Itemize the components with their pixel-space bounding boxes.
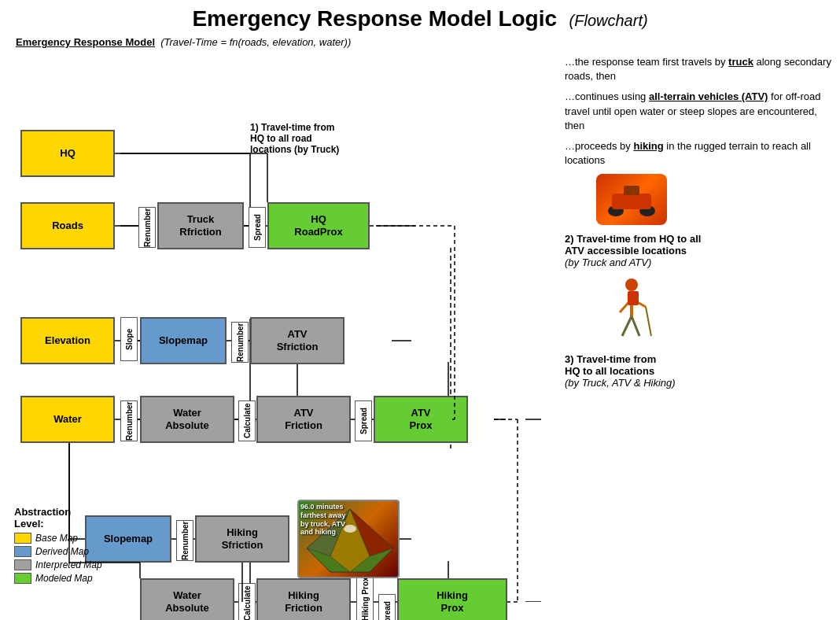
- right-para2: …continues using all-terrain vehicles (A…: [565, 90, 834, 133]
- right-panel: …the response team first travels by truc…: [557, 51, 834, 602]
- atv-image: [596, 174, 667, 225]
- atv-sfriction-box: ATVSfriction: [250, 317, 344, 364]
- legend-swatch-derived: [14, 546, 31, 557]
- slopemap2-label: Slopemap: [104, 533, 153, 545]
- legend-item-modeled: Modeled Map: [14, 573, 102, 584]
- svg-point-73: [625, 279, 638, 291]
- hiking-prox-box: HikingProx: [397, 578, 507, 620]
- legend: AbstractionLevel: Base Map Derived Map I…: [14, 506, 102, 586]
- page: Emergency Response Model Logic (Flowchar…: [0, 0, 840, 620]
- legend-label-derived: Derived Map: [35, 546, 89, 557]
- legend-item-derived: Derived Map: [14, 546, 102, 557]
- svg-line-78: [632, 316, 639, 336]
- truck-highlight: truck: [728, 56, 753, 68]
- hiking-sfriction-box: HikingSfriction: [195, 515, 289, 563]
- calculate-label-2: Calculate: [238, 583, 256, 620]
- flowchart-area: HQ 1) Travel-time fromHQ to all roadloca…: [6, 51, 557, 602]
- atv-prox-box: ATVProx: [374, 396, 468, 443]
- model-label: Emergency Response Model: [16, 36, 155, 48]
- renumber-label-4: Renumber: [176, 520, 193, 561]
- svg-line-79: [646, 307, 651, 336]
- slope-label: Slope: [120, 317, 138, 361]
- title-area: Emergency Response Model Logic (Flowchar…: [6, 6, 834, 31]
- hq-label: HQ: [60, 147, 76, 160]
- truck-rfriction-box: TruckRfriction: [157, 202, 244, 249]
- title-suffix: (Flowchart): [569, 12, 648, 29]
- legend-swatch-interpreted: [14, 559, 31, 570]
- travel-annotation-1: 1) Travel-time fromHQ to all roadlocatio…: [250, 122, 407, 155]
- section2-label: 2) Travel-time from HQ to allATV accessi…: [565, 233, 834, 268]
- atv-highlight: all-terrain vehicles (ATV): [649, 90, 768, 102]
- svg-rect-80: [628, 291, 639, 305]
- slopemap1-box: Slopemap: [140, 317, 227, 364]
- legend-title: AbstractionLevel:: [14, 506, 102, 530]
- hq-roadprox-box: HQRoadProx: [267, 202, 370, 249]
- spread-label-3: Spread: [378, 594, 396, 620]
- hiking-highlight: hiking: [633, 140, 663, 152]
- terrain-visualization: 96.0 minutesfarthest awayby truck, ATVan…: [297, 500, 400, 578]
- renumber-label-1: Renumber: [138, 207, 156, 248]
- legend-item-interpreted: Interpreted Map: [14, 559, 102, 570]
- legend-item-base: Base Map: [14, 533, 102, 544]
- water-absolute1-box: WaterAbsolute: [140, 396, 234, 443]
- subtitle-model: Emergency Response Model (Travel-Time = …: [16, 36, 834, 48]
- elevation-label: Elevation: [45, 334, 90, 347]
- calculate-label-1: Calculate: [238, 400, 256, 441]
- spread-label-2: Spread: [355, 400, 372, 441]
- title-text: Emergency Response Model Logic: [192, 6, 557, 31]
- right-para3: …proceeds by hiking in the rugged terrai…: [565, 139, 834, 168]
- legend-label-modeled: Modeled Map: [35, 573, 93, 584]
- roads-label: Roads: [52, 220, 83, 232]
- main-layout: HQ 1) Travel-time fromHQ to all roadloca…: [6, 51, 834, 602]
- legend-swatch-base: [14, 533, 31, 544]
- terrain-annotation: 96.0 minutesfarthest awayby truck, ATVan…: [300, 503, 346, 537]
- section3-label: 3) Travel-time fromHQ to all locations (…: [565, 353, 834, 389]
- spread-label-1: Spread: [249, 207, 266, 248]
- slopemap1-label: Slopemap: [159, 334, 208, 347]
- hq-box: HQ: [20, 130, 115, 177]
- roads-box: Roads: [20, 202, 115, 249]
- hiking-friction-box: HikingFriction: [256, 578, 351, 620]
- atv-friction-box: ATVFriction: [256, 396, 351, 443]
- legend-label-interpreted: Interpreted Map: [35, 559, 102, 570]
- hiker-image: [604, 275, 659, 345]
- svg-line-77: [622, 316, 632, 336]
- water-box: Water: [20, 396, 115, 443]
- page-title: Emergency Response Model Logic (Flowchar…: [6, 6, 834, 31]
- legend-label-base: Base Map: [35, 533, 78, 544]
- water-absolute2-box: WaterAbsolute: [140, 578, 234, 620]
- elevation-box: Elevation: [20, 317, 115, 364]
- legend-swatch-modeled: [14, 573, 31, 584]
- svg-rect-71: [612, 194, 651, 209]
- svg-rect-72: [624, 186, 639, 195]
- model-fn: (Travel-Time = fn(roads, elevation, wate…: [160, 36, 351, 48]
- renumber-label-3: Renumber: [120, 400, 138, 441]
- right-para1: …the response team first travels by truc…: [565, 55, 834, 83]
- water-label: Water: [53, 413, 82, 426]
- renumber-label-2: Renumber: [231, 322, 249, 363]
